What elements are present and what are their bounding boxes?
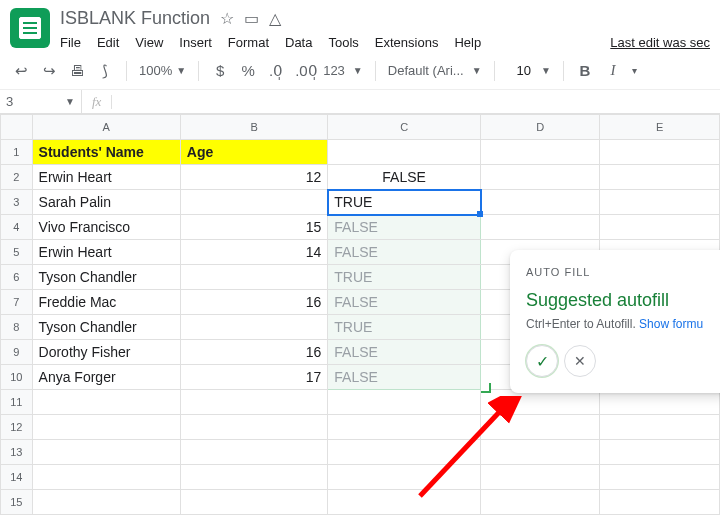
redo-icon[interactable]: ↪ xyxy=(40,62,58,80)
cell-C15[interactable] xyxy=(328,490,481,515)
sheets-logo[interactable] xyxy=(10,8,50,48)
cell-D1[interactable] xyxy=(481,140,600,165)
row-header-14[interactable]: 14 xyxy=(1,465,33,490)
cell-C8[interactable]: TRUE xyxy=(328,315,481,340)
cell-B6[interactable] xyxy=(180,265,327,290)
row-header-13[interactable]: 13 xyxy=(1,440,33,465)
cell-A4[interactable]: Vivo Francisco xyxy=(32,215,180,240)
row-header-11[interactable]: 11 xyxy=(1,390,33,415)
row-header-8[interactable]: 8 xyxy=(1,315,33,340)
cell-C3[interactable]: TRUE xyxy=(328,190,481,215)
cell-A12[interactable] xyxy=(32,415,180,440)
cell-B2[interactable]: 12 xyxy=(180,165,327,190)
print-icon[interactable]: 🖶 xyxy=(68,62,86,79)
cell-E15[interactable] xyxy=(600,490,720,515)
cell-C12[interactable] xyxy=(328,415,481,440)
cell-A5[interactable]: Erwin Heart xyxy=(32,240,180,265)
cell-C11[interactable] xyxy=(328,390,481,415)
cloud-icon[interactable]: △ xyxy=(269,9,281,28)
cell-D2[interactable] xyxy=(481,165,600,190)
menu-extensions[interactable]: Extensions xyxy=(375,35,439,50)
cell-E2[interactable] xyxy=(600,165,720,190)
cell-A1[interactable]: Students' Name xyxy=(32,140,180,165)
cell-D14[interactable] xyxy=(481,465,600,490)
undo-icon[interactable]: ↩ xyxy=(12,62,30,80)
col-header-D[interactable]: D xyxy=(481,115,600,140)
cell-A10[interactable]: Anya Forger xyxy=(32,365,180,390)
cell-D11[interactable] xyxy=(481,390,600,415)
cell-B13[interactable] xyxy=(180,440,327,465)
cell-B15[interactable] xyxy=(180,490,327,515)
select-all-cell[interactable] xyxy=(1,115,33,140)
cell-C5[interactable]: FALSE xyxy=(328,240,481,265)
row-header-3[interactable]: 3 xyxy=(1,190,33,215)
cell-E4[interactable] xyxy=(600,215,720,240)
row-header-9[interactable]: 9 xyxy=(1,340,33,365)
cell-A9[interactable]: Dorothy Fisher xyxy=(32,340,180,365)
cell-B3[interactable] xyxy=(180,190,327,215)
menu-view[interactable]: View xyxy=(135,35,163,50)
show-formula-link[interactable]: Show formu xyxy=(639,317,703,331)
cell-D13[interactable] xyxy=(481,440,600,465)
cell-C2[interactable]: FALSE xyxy=(328,165,481,190)
cell-C1[interactable] xyxy=(328,140,481,165)
cell-C9[interactable]: FALSE xyxy=(328,340,481,365)
name-box[interactable]: 3▼ xyxy=(0,90,82,113)
cell-B14[interactable] xyxy=(180,465,327,490)
cell-D4[interactable] xyxy=(481,215,600,240)
menu-data[interactable]: Data xyxy=(285,35,312,50)
cell-A14[interactable] xyxy=(32,465,180,490)
star-icon[interactable]: ☆ xyxy=(220,9,234,28)
col-header-B[interactable]: B xyxy=(180,115,327,140)
row-header-5[interactable]: 5 xyxy=(1,240,33,265)
number-format-select[interactable]: 123▼ xyxy=(323,63,363,78)
cell-B4[interactable]: 15 xyxy=(180,215,327,240)
menu-edit[interactable]: Edit xyxy=(97,35,119,50)
font-size-select[interactable]: 10▼ xyxy=(507,63,551,78)
cell-D12[interactable] xyxy=(481,415,600,440)
move-icon[interactable]: ▭ xyxy=(244,9,259,28)
menu-insert[interactable]: Insert xyxy=(179,35,212,50)
row-header-2[interactable]: 2 xyxy=(1,165,33,190)
menu-tools[interactable]: Tools xyxy=(328,35,358,50)
cell-E14[interactable] xyxy=(600,465,720,490)
menu-file[interactable]: File xyxy=(60,35,81,50)
cell-B12[interactable] xyxy=(180,415,327,440)
cell-C7[interactable]: FALSE xyxy=(328,290,481,315)
autofill-accept-button[interactable]: ✓ xyxy=(526,345,558,377)
fill-handle[interactable] xyxy=(477,211,483,217)
row-header-1[interactable]: 1 xyxy=(1,140,33,165)
cell-D3[interactable] xyxy=(481,190,600,215)
cell-C6[interactable]: TRUE xyxy=(328,265,481,290)
cell-A7[interactable]: Freddie Mac xyxy=(32,290,180,315)
cell-A8[interactable]: Tyson Chandler xyxy=(32,315,180,340)
row-header-12[interactable]: 12 xyxy=(1,415,33,440)
cell-E3[interactable] xyxy=(600,190,720,215)
cell-A11[interactable] xyxy=(32,390,180,415)
menu-help[interactable]: Help xyxy=(454,35,481,50)
row-header-7[interactable]: 7 xyxy=(1,290,33,315)
cell-A13[interactable] xyxy=(32,440,180,465)
cell-D15[interactable] xyxy=(481,490,600,515)
cell-E1[interactable] xyxy=(600,140,720,165)
cell-B5[interactable]: 14 xyxy=(180,240,327,265)
row-header-15[interactable]: 15 xyxy=(1,490,33,515)
col-header-C[interactable]: C xyxy=(328,115,481,140)
decrease-decimal-icon[interactable]: .0̩ xyxy=(267,62,285,80)
row-header-6[interactable]: 6 xyxy=(1,265,33,290)
cell-A3[interactable]: Sarah Palin xyxy=(32,190,180,215)
cell-A2[interactable]: Erwin Heart xyxy=(32,165,180,190)
increase-decimal-icon[interactable]: .00̩ xyxy=(295,62,313,80)
cell-E11[interactable] xyxy=(600,390,720,415)
cell-B11[interactable] xyxy=(180,390,327,415)
cell-A15[interactable] xyxy=(32,490,180,515)
autofill-reject-button[interactable]: ✕ xyxy=(564,345,596,377)
font-select[interactable]: Default (Ari...▼ xyxy=(388,63,482,78)
menu-format[interactable]: Format xyxy=(228,35,269,50)
cell-C14[interactable] xyxy=(328,465,481,490)
currency-icon[interactable]: $ xyxy=(211,62,229,79)
cell-E12[interactable] xyxy=(600,415,720,440)
cell-C13[interactable] xyxy=(328,440,481,465)
row-header-10[interactable]: 10 xyxy=(1,365,33,390)
last-edit-link[interactable]: Last edit was sec xyxy=(610,35,710,50)
